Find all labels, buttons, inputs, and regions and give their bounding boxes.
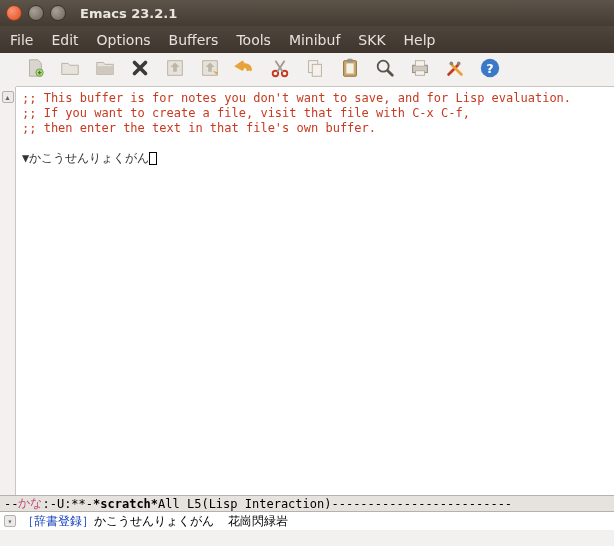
modeline-position: All L5 (158, 497, 201, 511)
modeline-mode: (Lisp Interaction) (201, 497, 331, 511)
minibuf-entry: 花崗閃緑岩 (228, 513, 288, 530)
modeline-flags: :-U:**- (42, 497, 93, 511)
print-icon[interactable] (409, 57, 431, 83)
window-minimize-button[interactable] (28, 5, 44, 21)
menu-buffers[interactable]: Buffers (169, 32, 219, 48)
editor-area: ▴ ;; This buffer is for notes you don't … (0, 87, 614, 495)
modeline: --かな:-U:**- *scratch* All L5 (Lisp Inter… (0, 495, 614, 512)
minibuffer[interactable]: ▾ ［辞書登録］かこうせんりょくがん 花崗閃緑岩 (0, 512, 614, 530)
modeline-fill: ------------------------- (331, 497, 610, 511)
save-icon[interactable] (164, 57, 186, 83)
menubar: File Edit Options Buffers Tools Minibuf … (0, 26, 614, 53)
cut-icon[interactable] (269, 57, 291, 83)
comment-line: ;; then enter the text in that file's ow… (22, 121, 376, 135)
scroll-up-icon[interactable]: ▴ (2, 91, 14, 103)
undo-icon[interactable] (234, 57, 256, 83)
skk-input-text: かこうせんりょくがん (29, 151, 149, 165)
paste-icon[interactable] (339, 57, 361, 83)
comment-line: ;; If you want to create a file, visit t… (22, 106, 470, 120)
svg-text:?: ? (486, 60, 493, 75)
window-title: Emacs 23.2.1 (80, 6, 177, 21)
scratch-buffer[interactable]: ;; This buffer is for notes you don't wa… (16, 87, 614, 495)
menu-file[interactable]: File (10, 32, 33, 48)
help-icon[interactable]: ? (479, 57, 501, 83)
new-file-icon[interactable] (24, 57, 46, 83)
window-resize-area[interactable] (0, 530, 614, 546)
toolbar: ? (16, 53, 614, 87)
svg-rect-11 (415, 70, 424, 75)
comment-line: ;; This buffer is for notes you don't wa… (22, 91, 571, 105)
close-icon[interactable] (129, 57, 151, 83)
menu-skk[interactable]: SKK (358, 32, 385, 48)
scroll-down-icon[interactable]: ▾ (4, 515, 16, 527)
minibuf-tag: ［辞書登録］ (22, 513, 94, 530)
minibuf-reading: かこうせんりょくがん (94, 513, 214, 530)
scrollbar-gutter[interactable]: ▴ (0, 87, 16, 495)
window-close-button[interactable] (6, 5, 22, 21)
modeline-buffer-name: *scratch* (93, 497, 158, 511)
save-as-icon[interactable] (199, 57, 221, 83)
window-maximize-button[interactable] (50, 5, 66, 21)
directory-icon[interactable] (94, 57, 116, 83)
svg-point-13 (450, 61, 454, 65)
search-icon[interactable] (374, 57, 396, 83)
svg-rect-4 (312, 64, 321, 76)
menu-minibuf[interactable]: Minibuf (289, 32, 340, 48)
titlebar: Emacs 23.2.1 (0, 0, 614, 26)
text-cursor (149, 152, 157, 165)
svg-rect-7 (347, 58, 353, 62)
menu-edit[interactable]: Edit (51, 32, 78, 48)
menu-help[interactable]: Help (404, 32, 436, 48)
copy-icon[interactable] (304, 57, 326, 83)
svg-rect-6 (346, 63, 353, 73)
preferences-icon[interactable] (444, 57, 466, 83)
menu-tools[interactable]: Tools (236, 32, 271, 48)
svg-point-12 (457, 61, 461, 65)
modeline-input-method: かな (18, 495, 42, 512)
svg-rect-10 (415, 60, 424, 65)
emacs-window: Emacs 23.2.1 File Edit Options Buffers T… (0, 0, 614, 546)
open-file-icon[interactable] (59, 57, 81, 83)
menu-options[interactable]: Options (97, 32, 151, 48)
